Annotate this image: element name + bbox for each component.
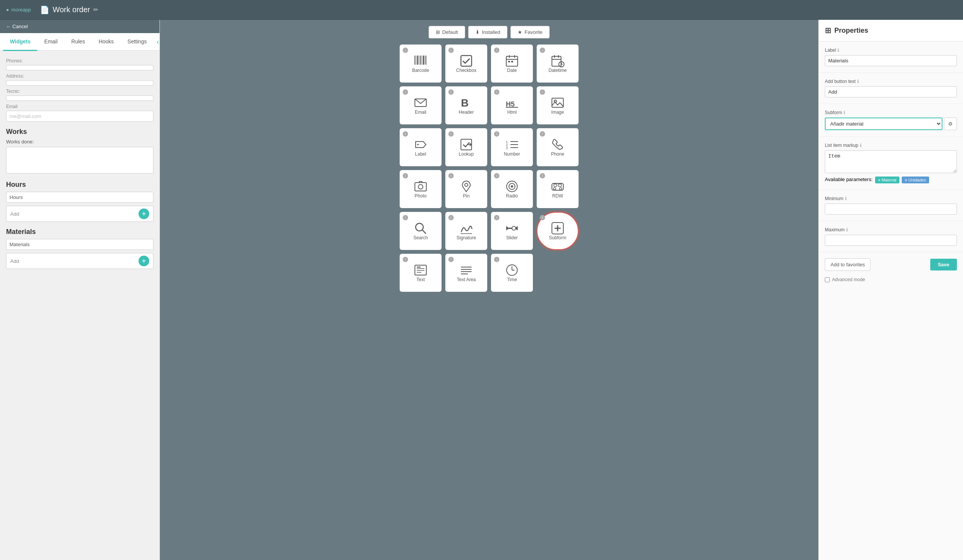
subform-info-icon[interactable]: ℹ: [843, 110, 845, 115]
widget-signature[interactable]: i Signature: [445, 212, 487, 250]
installed-icon: ⬇: [475, 29, 480, 35]
info-icon: i: [448, 215, 454, 220]
add-button-info-icon[interactable]: ℹ: [857, 79, 859, 84]
subform-select[interactable]: Añadir material: [825, 118, 942, 130]
widget-html[interactable]: i H5 Html: [491, 86, 533, 125]
time-label: Time: [507, 277, 517, 282]
signature-label: Signature: [456, 235, 476, 240]
svg-point-37: [418, 185, 423, 189]
widget-time[interactable]: i Time: [491, 254, 533, 292]
minimum-input[interactable]: [825, 204, 957, 215]
edit-icon[interactable]: ✏: [93, 6, 98, 13]
list-item-markup-input[interactable]: Item: [825, 150, 957, 173]
image-label: Image: [551, 110, 564, 115]
widget-checkbox[interactable]: i Checkbox: [445, 45, 487, 83]
search-label: Search: [413, 235, 428, 240]
svg-line-48: [423, 230, 426, 233]
filter-default[interactable]: ⊞ Default: [429, 26, 465, 39]
tab-email[interactable]: Email: [37, 33, 64, 51]
svg-point-29: [417, 144, 419, 145]
advanced-mode-row: Advanced mode: [819, 277, 963, 288]
widget-image[interactable]: i Image: [537, 86, 579, 125]
svg-rect-9: [461, 55, 472, 66]
info-icon: i: [494, 89, 499, 95]
label-input[interactable]: [825, 55, 957, 66]
svg-point-44: [559, 188, 562, 190]
datetime-label: Datetime: [548, 68, 567, 73]
add-button-text-label: Add button text ℹ: [825, 79, 957, 84]
save-button[interactable]: Save: [930, 259, 957, 270]
widget-lookup[interactable]: i Lookup: [445, 128, 487, 166]
works-section-title: Works: [6, 128, 153, 136]
widget-phone[interactable]: i Phone: [537, 128, 579, 166]
widget-rdw[interactable]: i RDW: [537, 170, 579, 208]
phone-label: Phone: [551, 151, 564, 157]
lookup-label: Lookup: [459, 151, 473, 157]
svg-rect-0: [415, 55, 415, 65]
maximum-input[interactable]: [825, 235, 957, 246]
info-icon: i: [403, 89, 408, 95]
tab-rules[interactable]: Rules: [64, 33, 92, 51]
tab-widgets[interactable]: Widgets: [3, 33, 37, 51]
tab-settings[interactable]: Settings: [121, 33, 154, 51]
widget-subform[interactable]: i Subform: [537, 212, 579, 250]
date-label: Date: [507, 68, 517, 73]
email-label: Email: [6, 104, 153, 109]
maximum-info-icon[interactable]: ℹ: [846, 227, 848, 233]
widget-header[interactable]: i B Header: [445, 86, 487, 125]
info-icon: i: [403, 47, 408, 53]
text-label: Text: [417, 277, 425, 282]
advanced-mode-label: Advanced mode: [832, 277, 865, 282]
widget-date[interactable]: i Date: [491, 45, 533, 83]
label-info-icon[interactable]: ℹ: [837, 47, 839, 53]
param-unidades[interactable]: ≡ Unidades: [902, 176, 929, 183]
info-icon: i: [448, 173, 454, 178]
hours-add-button[interactable]: +: [139, 209, 149, 219]
widget-slider[interactable]: i Slider: [491, 212, 533, 250]
widget-number[interactable]: i 123 Number: [491, 128, 533, 166]
widget-textarea[interactable]: i Text Area: [445, 254, 487, 292]
svg-point-38: [465, 183, 468, 186]
collapse-button[interactable]: ‹: [153, 37, 160, 46]
widget-radio[interactable]: i Radio: [491, 170, 533, 208]
widget-barcode[interactable]: i Barcode: [400, 45, 441, 83]
add-button-text-section: Add button text ℹ: [819, 73, 963, 104]
barcode-label: Barcode: [412, 68, 430, 73]
advanced-mode-checkbox[interactable]: [825, 277, 830, 282]
add-to-favorites-button[interactable]: Add to favorites: [825, 258, 871, 271]
html-label: Html: [507, 110, 517, 115]
radio-label: Radio: [506, 193, 518, 199]
filter-installed[interactable]: ⬇ Installed: [468, 26, 507, 39]
widget-label[interactable]: i Label: [400, 128, 441, 166]
sidebar: ← Cancel Widgets Email Rules Hooks Setti…: [0, 20, 160, 560]
widget-filter-bar: ⊞ Default ⬇ Installed ★ Favorite: [429, 26, 550, 39]
minimum-info-icon[interactable]: ℹ: [845, 196, 847, 201]
hours-add-label: Add: [10, 211, 19, 217]
back-button[interactable]: ← Cancel: [0, 20, 159, 33]
phones-label: Phones:: [6, 58, 153, 63]
tab-hooks[interactable]: Hooks: [92, 33, 121, 51]
info-icon: i: [403, 215, 408, 220]
materials-add-row: Add +: [6, 253, 153, 269]
materials-add-button[interactable]: +: [139, 256, 149, 266]
add-button-text-input[interactable]: [825, 86, 957, 97]
info-icon: i: [448, 89, 454, 95]
hours-subform-label: Hours: [6, 192, 153, 203]
svg-rect-45: [554, 184, 557, 186]
widget-text[interactable]: i Text: [400, 254, 441, 292]
subform-settings-button[interactable]: ⚙: [944, 118, 957, 130]
works-done-field[interactable]: [6, 147, 153, 173]
filter-favorite[interactable]: ★ Favorite: [511, 26, 550, 39]
info-icon: i: [403, 173, 408, 178]
widget-pin[interactable]: i Pin: [445, 170, 487, 208]
list-item-info-icon[interactable]: ℹ: [860, 142, 862, 148]
address-label: Address:: [6, 73, 153, 79]
widget-datetime[interactable]: i Datetime: [537, 45, 579, 83]
widget-email[interactable]: i Email: [400, 86, 441, 125]
widget-search[interactable]: i Search: [400, 212, 441, 250]
info-icon: i: [494, 173, 499, 178]
textarea-label: Text Area: [457, 277, 476, 282]
favorite-label: Favorite: [525, 29, 542, 35]
widget-photo[interactable]: i Photo: [400, 170, 441, 208]
param-material[interactable]: ≡ Material: [875, 176, 900, 183]
